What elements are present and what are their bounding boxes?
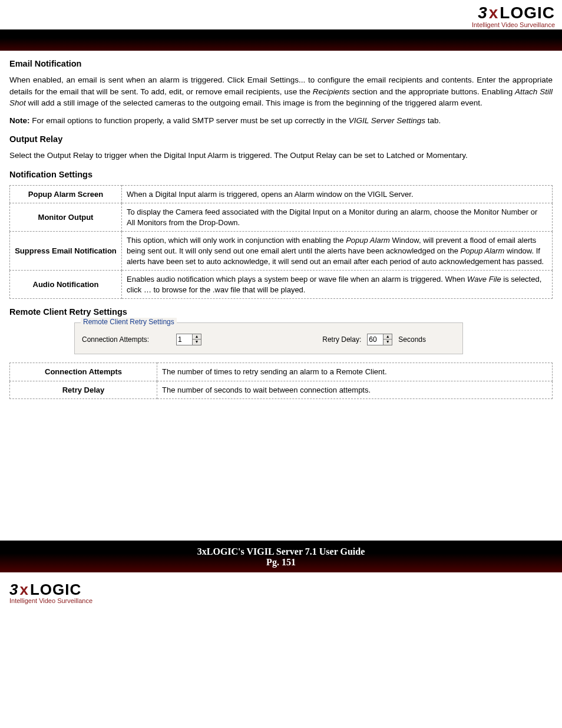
para-output: Select the Output Relay to trigger when …	[9, 150, 553, 162]
cell-label: Retry Delay	[10, 381, 157, 399]
label-seconds: Seconds	[398, 335, 426, 344]
cell-desc: To display the Camera feed associated wi…	[122, 203, 553, 232]
text-ital: Popup Alarm	[346, 236, 390, 245]
brand-x: x	[488, 4, 500, 22]
brand-x: x	[18, 581, 29, 598]
brand-prefix: 3	[478, 4, 488, 22]
cell-label: Audio Notification	[10, 271, 122, 299]
brand-tagline-footer: Intelligent Video Surveillance	[9, 597, 562, 604]
cell-desc: When a Digital Input alarm is triggered,…	[122, 185, 553, 203]
text: For email options to function properly, …	[30, 116, 349, 125]
heading-notification-settings: Notification Settings	[9, 170, 553, 179]
text-ital: Recipients	[313, 87, 350, 96]
footer-title: 3xLOGIC's VIGIL Server 7.1 User Guide	[0, 546, 562, 557]
input-connection-attempts[interactable]	[177, 334, 192, 345]
table-notification-settings: Popup Alarm Screen When a Digital Input …	[9, 185, 553, 299]
table-row: Audio Notification Enables audio notific…	[10, 271, 553, 299]
footer-logo-block: 3xLOGIC Intelligent Video Surveillance	[0, 572, 562, 610]
page-content: Email Notification When enabled, an emai…	[0, 59, 562, 411]
label-connection-attempts: Connection Attempts:	[82, 335, 170, 344]
cell-label: Connection Attempts	[10, 363, 157, 381]
fieldset-remote-retry: Remote Client Retry Settings Connection …	[74, 322, 463, 354]
brand-logo-footer: 3xLOGIC	[9, 582, 562, 597]
cell-desc: Enables audio notification which plays a…	[122, 271, 553, 299]
text: tab.	[425, 116, 441, 125]
spinner-up-icon[interactable]: ▲	[384, 334, 392, 340]
header-logo-block: 3xLOGIC Intelligent Video Surveillance	[0, 0, 562, 29]
fieldset-row: Connection Attempts: ▲ ▼ Retry Delay: ▲ …	[82, 334, 455, 345]
label-retry-delay: Retry Delay:	[322, 335, 361, 344]
table-row: Popup Alarm Screen When a Digital Input …	[10, 185, 553, 203]
fieldset-legend: Remote Client Retry Settings	[81, 318, 177, 326]
footer-band: 3xLOGIC's VIGIL Server 7.1 User Guide Pg…	[0, 541, 562, 572]
text: section and the appropriate buttons. Ena…	[350, 87, 515, 96]
brand-suffix: LOGIC	[500, 4, 555, 22]
table-row: Retry Delay The number of seconds to wai…	[10, 381, 553, 399]
footer-page: Pg. 151	[0, 557, 562, 568]
cell-label: Monitor Output	[10, 203, 122, 232]
text-ital: VIGIL Server Settings	[349, 116, 425, 125]
table-row: Connection Attempts The number of times …	[10, 363, 553, 381]
spinner-down-icon[interactable]: ▼	[384, 340, 392, 345]
brand-logo: 3xLOGIC	[0, 5, 555, 21]
heading-email-notification: Email Notification	[9, 59, 553, 68]
heading-output-relay: Output Relay	[9, 134, 553, 144]
table-row: Monitor Output To display the Camera fee…	[10, 203, 553, 232]
brand-prefix: 3	[9, 581, 18, 598]
cell-desc: The number of times to retry sending an …	[157, 363, 553, 381]
spinner-up-icon[interactable]: ▲	[193, 334, 201, 340]
spinner-connection-attempts[interactable]: ▲ ▼	[176, 334, 201, 345]
text-ital: Popup Alarm	[461, 246, 505, 255]
text: will add a still image of the selected c…	[26, 98, 482, 107]
text: This option, which will only work in con…	[127, 236, 346, 245]
text-ital: Wave File	[467, 275, 501, 284]
para-email: When enabled, an email is sent when an a…	[9, 74, 553, 109]
table-row: Suppress Email Notification This option,…	[10, 232, 553, 271]
brand-suffix: LOGIC	[30, 581, 81, 598]
table-retry-settings: Connection Attempts The number of times …	[9, 363, 553, 399]
cell-desc: This option, which will only work in con…	[122, 232, 553, 271]
brand-tagline: Intelligent Video Surveillance	[0, 21, 555, 28]
text: Enables audio notification which plays a…	[127, 275, 467, 284]
cell-label: Suppress Email Notification	[10, 232, 122, 271]
note-label: Note:	[9, 116, 30, 125]
spinner-retry-delay[interactable]: ▲ ▼	[367, 334, 392, 345]
heading-remote-client-retry: Remote Client Retry Settings	[9, 307, 553, 317]
para-note: Note: For email options to function prop…	[9, 115, 553, 127]
cell-label: Popup Alarm Screen	[10, 185, 122, 203]
input-retry-delay[interactable]	[368, 334, 383, 345]
header-band	[0, 29, 562, 51]
cell-desc: The number of seconds to wait between co…	[157, 381, 553, 399]
spinner-down-icon[interactable]: ▼	[193, 340, 201, 345]
